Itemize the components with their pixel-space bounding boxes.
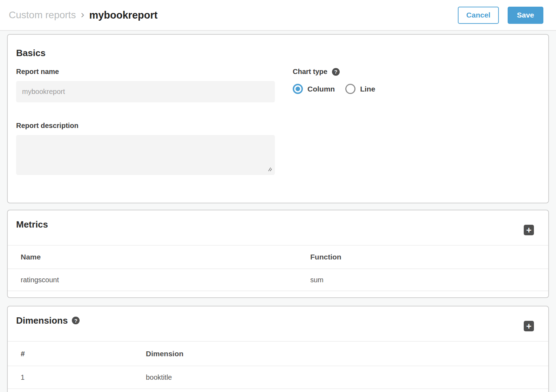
page-title: mybookreport	[89, 9, 157, 21]
dimensions-column-number: #	[8, 350, 146, 358]
metrics-column-name: Name	[8, 253, 310, 261]
metrics-column-function: Function	[310, 253, 548, 261]
dimensions-title: Dimensions	[16, 315, 68, 326]
top-bar: Custom reports › mybookreport Cancel Sav…	[0, 0, 556, 31]
metrics-card: Metrics + Name Function ratingscount sum	[7, 210, 549, 298]
page-content: Basics Report name Report description	[0, 31, 556, 392]
resize-handle-icon[interactable]	[267, 167, 272, 173]
dimension-number-cell: 1	[8, 373, 146, 381]
report-name-input[interactable]	[16, 81, 275, 102]
chart-type-radio-group: Column Line	[293, 84, 375, 94]
basics-title: Basics	[16, 47, 540, 59]
metric-name-cell: ratingscount	[8, 276, 310, 284]
add-metric-button[interactable]: +	[524, 225, 534, 235]
chart-type-help-icon[interactable]: ?	[332, 68, 340, 76]
chart-type-radio-line-label[interactable]: Line	[360, 85, 375, 93]
chart-type-label: Chart type	[293, 68, 327, 76]
metrics-table-header: Name Function	[8, 245, 548, 269]
report-name-label: Report name	[16, 68, 275, 76]
chevron-right-icon: ›	[81, 9, 84, 21]
add-dimension-button[interactable]: +	[524, 321, 534, 331]
dimensions-card: Dimensions ? + # Dimension 1 booktitle	[7, 306, 549, 392]
chart-type-radio-line[interactable]	[345, 84, 355, 94]
metrics-table-row[interactable]: ratingscount sum	[8, 269, 548, 291]
metric-function-cell: sum	[310, 276, 548, 284]
basics-card: Basics Report name Report description	[7, 34, 549, 203]
save-button[interactable]: Save	[508, 7, 543, 24]
breadcrumb: Custom reports › mybookreport	[9, 9, 157, 21]
metrics-table: Name Function ratingscount sum	[8, 245, 548, 291]
report-description-label: Report description	[16, 122, 275, 130]
header-actions: Cancel Save	[458, 7, 543, 24]
dimensions-column-dimension: Dimension	[146, 350, 548, 358]
dimensions-help-icon[interactable]: ?	[72, 317, 80, 324]
breadcrumb-parent-link[interactable]: Custom reports	[9, 9, 76, 21]
chart-type-radio-column[interactable]	[293, 84, 303, 94]
dimensions-table-row[interactable]: 1 booktitle	[8, 366, 548, 389]
chart-type-radio-column-label[interactable]: Column	[307, 85, 335, 93]
dimensions-table: # Dimension 1 booktitle	[8, 341, 548, 389]
report-description-textarea[interactable]	[16, 135, 275, 175]
cancel-button[interactable]: Cancel	[458, 7, 499, 24]
dimension-name-cell: booktitle	[146, 373, 548, 381]
metrics-title: Metrics	[16, 219, 48, 230]
dimensions-table-header: # Dimension	[8, 342, 548, 366]
